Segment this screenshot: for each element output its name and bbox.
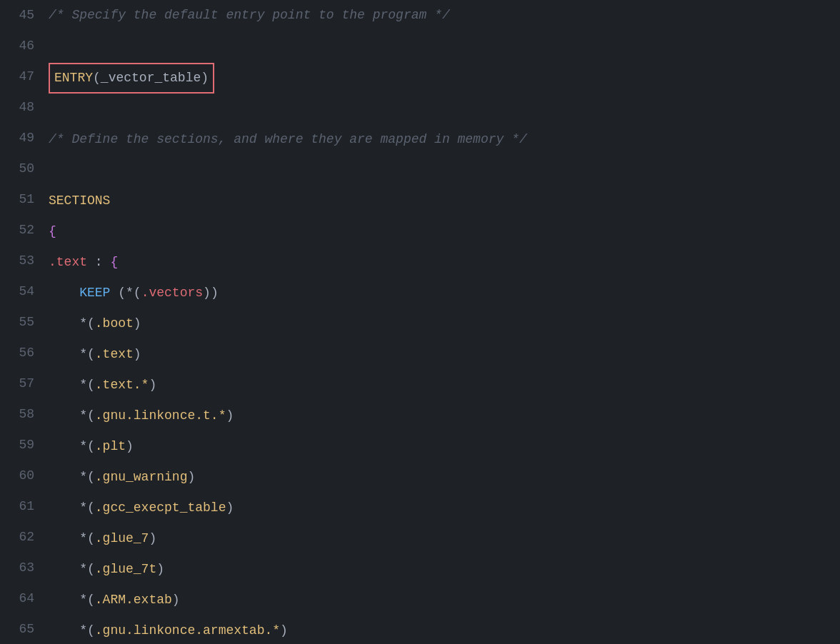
entry-keyword: ENTRY <box>54 71 93 85</box>
open-brace-53: { <box>110 255 118 269</box>
entry-highlight-box: ENTRY(_vector_table) <box>49 63 214 94</box>
ln-63: 63 <box>0 553 34 583</box>
code-line-45: /* Specify the default entry point to th… <box>49 0 840 31</box>
ln-49: 49 <box>0 123 34 154</box>
entry-arg: _vector_table <box>101 71 201 85</box>
ln-46: 46 <box>0 31 34 61</box>
code-line-60: *(.gnu_warning) <box>49 462 840 493</box>
dot-plt: .plt <box>95 439 126 453</box>
ln-51: 51 <box>0 184 34 215</box>
sections-keyword: SECTIONS <box>49 193 110 208</box>
indent-57: *( <box>49 378 95 392</box>
ln-56: 56 <box>0 338 34 368</box>
code-line-48 <box>49 94 840 124</box>
open-brace-52: { <box>49 224 56 238</box>
close-59: ) <box>126 439 134 453</box>
ln-52: 52 <box>0 215 34 246</box>
dot-text: .text <box>95 347 134 361</box>
code-line-58: *(.gnu.linkonce.t.*) <box>49 401 840 431</box>
dot-boot: .boot <box>95 316 134 331</box>
entry-paren-close: ) <box>201 71 209 85</box>
ln-59: 59 <box>0 430 34 461</box>
dot-glue-7: .glue_7 <box>95 531 149 545</box>
indent-54 <box>49 286 79 300</box>
close-56: ) <box>134 347 141 361</box>
code-line-50 <box>49 155 840 186</box>
code-lines: /* Specify the default entry point to th… <box>43 0 840 644</box>
code-line-49: /* Define the sections, and where they a… <box>49 124 840 155</box>
line-numbers: 45 46 47 48 49 50 51 52 53 54 55 56 57 5… <box>0 0 43 644</box>
code-line-64: *(.ARM.extab) <box>49 585 840 615</box>
keep-keyword: KEEP <box>79 286 110 300</box>
code-line-65: *(.gnu.linkonce.armextab.*) <box>49 615 840 644</box>
code-line-63: *(.glue_7t) <box>49 554 840 585</box>
code-line-59: *(.plt) <box>49 431 840 462</box>
indent-64: *( <box>49 593 95 607</box>
indent-60: *( <box>49 470 95 484</box>
dot-arm-extab: .ARM.extab <box>95 593 172 607</box>
dot-glue-7t: .glue_7t <box>95 562 156 576</box>
indent-62: *( <box>49 531 95 545</box>
comment-45: /* Specify the default entry point to th… <box>49 8 450 22</box>
indent-56: *( <box>49 347 95 361</box>
close-57: ) <box>149 378 156 392</box>
dot-gnu-warning: .gnu_warning <box>95 470 188 484</box>
ln-60: 60 <box>0 461 34 491</box>
indent-59: *( <box>49 439 95 453</box>
code-line-61: *(.gcc_execpt_table) <box>49 493 840 523</box>
code-line-55: *(.boot) <box>49 308 840 339</box>
ln-45: 45 <box>0 0 34 31</box>
indent-58: *( <box>49 408 95 423</box>
ln-53: 53 <box>0 246 34 276</box>
indent-63: *( <box>49 562 95 576</box>
code-line-46 <box>49 31 840 61</box>
ln-47: 47 <box>0 61 34 92</box>
code-line-62: *(.glue_7) <box>49 523 840 554</box>
close-61: ) <box>226 500 234 515</box>
ln-57: 57 <box>0 368 34 399</box>
vectors-name: .vectors <box>141 286 203 300</box>
code-line-54: KEEP (*(.vectors)) <box>49 278 840 308</box>
ln-58: 58 <box>0 399 34 430</box>
ln-61: 61 <box>0 491 34 522</box>
text-section-name: .text <box>49 255 87 269</box>
ln-64: 64 <box>0 583 34 614</box>
close-62: ) <box>149 531 156 545</box>
indent-61: *( <box>49 500 95 515</box>
code-line-57: *(.text.*) <box>49 370 840 401</box>
ln-65: 65 <box>0 614 34 644</box>
ln-54: 54 <box>0 276 34 307</box>
code-line-56: *(.text) <box>49 339 840 370</box>
close-58: ) <box>226 408 234 423</box>
ln-55: 55 <box>0 307 34 338</box>
dot-gnu-linkonce-t: .gnu.linkonce.t.* <box>95 408 226 423</box>
paren-open-keep: (*( <box>110 286 141 300</box>
ln-48: 48 <box>0 92 34 123</box>
ln-62: 62 <box>0 522 34 553</box>
code-line-53: .text : { <box>49 247 840 278</box>
code-line-51: SECTIONS <box>49 186 840 216</box>
close-60: ) <box>187 470 195 484</box>
code-editor: 45 46 47 48 49 50 51 52 53 54 55 56 57 5… <box>0 0 840 644</box>
colon-space: : <box>87 255 110 269</box>
indent-65: *( <box>49 623 95 638</box>
code-line-47: ENTRY(_vector_table) <box>49 61 840 94</box>
close-64: ) <box>172 593 180 607</box>
paren-close-keep: )) <box>203 286 219 300</box>
close-55: ) <box>134 316 141 331</box>
entry-paren-open: ( <box>93 71 101 85</box>
dot-gnu-linkonce-armextab: .gnu.linkonce.armextab.* <box>95 623 280 638</box>
comment-49: /* Define the sections, and where they a… <box>49 132 527 146</box>
dot-gcc-execpt: .gcc_execpt_table <box>95 500 226 515</box>
close-65: ) <box>280 623 288 638</box>
ln-50: 50 <box>0 154 34 184</box>
code-line-52: { <box>49 216 840 247</box>
close-63: ) <box>156 562 164 576</box>
indent-55: *( <box>49 316 95 331</box>
dot-text-star: .text.* <box>95 378 149 392</box>
